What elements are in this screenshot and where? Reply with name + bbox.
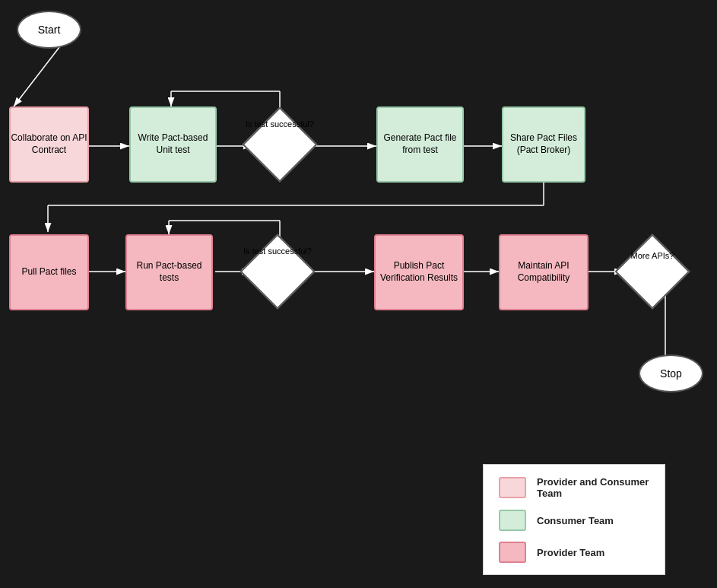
write-pact-node: Write Pact-based Unit test (129, 106, 217, 183)
more-apis-label: More APIs? (614, 251, 691, 260)
start-node: Start (17, 11, 81, 49)
stop-node: Stop (639, 354, 703, 393)
publish-pact-node: Publish Pact Verification Results (374, 234, 464, 310)
legend-label-provider-consumer: Provider and Consumer Team (537, 476, 649, 499)
legend-item-provider-consumer: Provider and Consumer Team (499, 476, 649, 499)
diamond-2-label: Is test successful? (237, 246, 318, 256)
legend: Provider and Consumer Team Consumer Team… (483, 464, 665, 575)
legend-item-consumer: Consumer Team (499, 510, 649, 531)
generate-pact-node: Generate Pact file from test (376, 106, 464, 183)
legend-item-provider: Provider Team (499, 542, 649, 563)
legend-color-provider (499, 542, 526, 563)
legend-color-consumer (499, 510, 526, 531)
collaborate-node: Collaborate on API Contract (9, 106, 89, 183)
diamond-1-label: Is test successful? (240, 119, 320, 129)
run-pact-node: Run Pact-based tests (125, 234, 213, 310)
diamond-2 (240, 234, 316, 310)
legend-label-provider: Provider Team (537, 547, 604, 558)
pull-pact-node: Pull Pact files (9, 234, 89, 310)
legend-color-provider-consumer (499, 477, 526, 498)
share-pact-node: Share Pact Files (Pact Broker) (502, 106, 585, 183)
maintain-api-node: Maintain API Compatibility (499, 234, 589, 310)
more-apis-diamond (615, 234, 690, 310)
diamond-1 (243, 107, 318, 183)
legend-label-consumer: Consumer Team (537, 515, 614, 526)
